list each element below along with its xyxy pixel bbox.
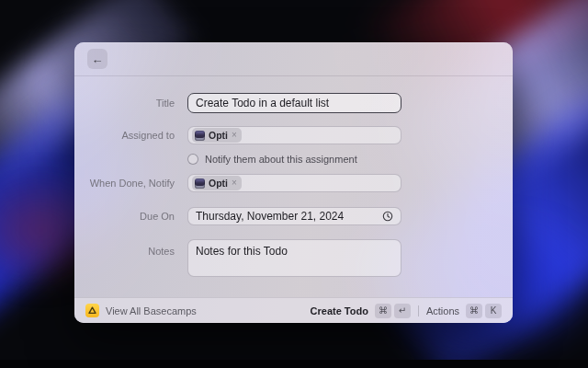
notes-row: Notes Notes for this Todo xyxy=(74,239,513,277)
background-strip xyxy=(0,360,588,368)
create-todo-window: ← Title Assigned to Opti × xyxy=(74,42,513,323)
when-done-label: When Done, Notify xyxy=(74,178,175,189)
window-header: ← xyxy=(74,42,513,76)
view-all-basecamps-button[interactable]: View All Basecamps xyxy=(106,305,197,316)
assignee-tag[interactable]: Opti × xyxy=(192,128,242,143)
back-button[interactable]: ← xyxy=(87,49,107,69)
due-on-row: Due On Thursday, November 21, 2024 xyxy=(74,207,513,225)
due-date-field[interactable]: Thursday, November 21, 2024 xyxy=(187,207,401,225)
assigned-to-label: Assigned to xyxy=(74,130,175,141)
k-key-icon: K xyxy=(485,304,502,318)
when-done-field[interactable]: Opti × xyxy=(187,174,401,192)
notes-value: Notes for this Todo xyxy=(196,245,288,258)
notify-checkbox[interactable] xyxy=(187,154,198,165)
title-label: Title xyxy=(74,98,175,109)
clock-icon[interactable] xyxy=(382,211,393,222)
return-key-icon: ↵ xyxy=(394,304,411,318)
title-row: Title xyxy=(74,93,513,113)
create-todo-action[interactable]: Create Todo xyxy=(311,305,368,316)
cmd-key-icon: ⌘ xyxy=(375,304,391,318)
notes-textarea[interactable]: Notes for this Todo xyxy=(187,239,401,277)
notify-avatar xyxy=(195,178,205,189)
tag-remove-icon[interactable]: × xyxy=(232,178,237,188)
assignee-avatar xyxy=(195,131,205,141)
title-input[interactable] xyxy=(187,93,401,113)
assigned-to-row: Assigned to Opti × xyxy=(74,126,513,144)
actions-button[interactable]: Actions xyxy=(426,305,459,316)
footer-divider xyxy=(418,305,419,316)
assigned-to-field[interactable]: Opti × xyxy=(187,126,401,144)
notify-name: Opti xyxy=(209,178,228,189)
footer-actions: Create Todo ⌘ ↵ Actions ⌘ K xyxy=(311,304,502,318)
cmd-key-icon: ⌘ xyxy=(466,304,482,318)
notify-checkbox-label[interactable]: Notify them about this assignment xyxy=(205,154,357,165)
action-bar: View All Basecamps Create Todo ⌘ ↵ Actio… xyxy=(74,297,513,323)
notes-label: Notes xyxy=(74,239,175,257)
assignee-name: Opti xyxy=(209,130,228,141)
when-done-row: When Done, Notify Opti × xyxy=(74,174,513,192)
tag-remove-icon[interactable]: × xyxy=(232,131,237,140)
back-arrow-icon: ← xyxy=(92,52,104,66)
due-on-label: Due On xyxy=(74,211,175,222)
notify-tag[interactable]: Opti × xyxy=(192,176,242,190)
basecamp-icon[interactable] xyxy=(85,304,99,317)
create-todo-form: Title Assigned to Opti × Notify them abo… xyxy=(74,76,513,297)
notify-row: Notify them about this assignment xyxy=(187,153,513,165)
due-date-value: Thursday, November 21, 2024 xyxy=(196,210,344,223)
